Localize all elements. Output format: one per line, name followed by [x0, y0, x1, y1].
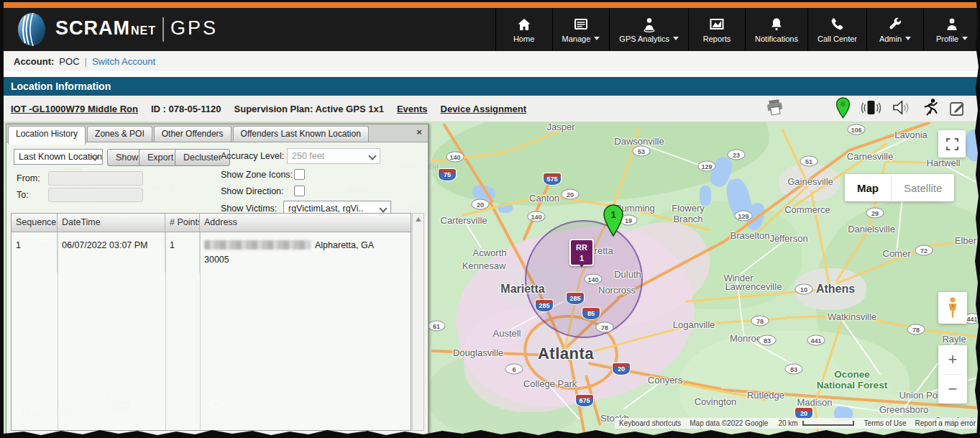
table-row[interactable]: 1 06/07/2022 03:07 PM 1 Alpharetta, GA 3…	[12, 232, 411, 273]
audio-toggle[interactable]	[892, 99, 911, 119]
logo-scram-text: SCRAM	[55, 17, 130, 40]
offender-name-link[interactable]: IOT -GL1000W79 Middle Ron	[11, 104, 138, 114]
from-date-input[interactable]	[48, 171, 143, 186]
to-date-input[interactable]	[48, 188, 143, 202]
col-address[interactable]: Address	[200, 214, 411, 232]
panel-controls: Last Known Location Show Export Decluste…	[6, 143, 428, 214]
nav-home[interactable]: Home	[495, 8, 552, 51]
address-city: Alpharetta, GA	[315, 240, 374, 250]
location-filter-select[interactable]: Last Known Location	[14, 149, 103, 165]
col-points[interactable]: # Points	[165, 214, 200, 232]
location-filter-value: Last Known Location	[19, 152, 102, 162]
show-direction-checkbox[interactable]	[294, 186, 305, 196]
app-window: SCRAMNET GPS Home Manage GPS Analytics R…	[0, 0, 980, 438]
nav-admin[interactable]: Admin	[866, 8, 923, 51]
home-icon	[516, 17, 532, 32]
col-sequence[interactable]: Sequence #	[12, 214, 58, 232]
route-shield: 83	[759, 335, 777, 346]
route-shield: 140	[528, 211, 546, 222]
route-shield: 441	[807, 335, 825, 346]
edit-icon	[949, 99, 967, 117]
chevron-down-icon	[962, 37, 968, 40]
vibrate-toggle[interactable]	[860, 99, 882, 119]
nav-label: Home	[513, 35, 534, 43]
chevron-down-icon	[905, 37, 911, 40]
route-shield: 10	[795, 284, 813, 295]
device-assignment-link[interactable]: Device Assignment	[441, 104, 526, 114]
nav-label: Profile	[936, 35, 958, 43]
route-shield: 675	[576, 395, 593, 406]
nav-notifications[interactable]: Notifications	[745, 8, 807, 51]
offender-info-bar: IOT -GL1000W79 Middle Ron ID : 078-05-11…	[4, 96, 980, 122]
nav-profile[interactable]: Profile	[923, 8, 980, 51]
route-shield: 575	[544, 173, 561, 185]
report-map-error-link[interactable]: Report a map error	[915, 419, 976, 427]
keyboard-shortcuts-link[interactable]: Keyboard shortcuts	[615, 418, 685, 429]
route-shield: 20	[562, 189, 580, 200]
account-separator: |	[85, 56, 87, 67]
show-zone-icons-checkbox[interactable]	[294, 169, 305, 180]
zone-marker[interactable]: RR 1	[569, 239, 594, 266]
col-datetime[interactable]: DateTime	[58, 214, 165, 232]
logo-gps-text: GPS	[170, 17, 218, 40]
accuracy-level-select[interactable]: 250 feet	[287, 148, 380, 164]
scroll-up-button[interactable]	[413, 214, 423, 225]
show-direction-label: Show Direction:	[221, 186, 284, 196]
events-link[interactable]: Events	[397, 104, 428, 114]
nav-call-center[interactable]: Call Center	[807, 8, 866, 51]
panel-close-button[interactable]: ×	[413, 127, 425, 138]
route-shield: 140	[585, 274, 603, 285]
tab-other-offenders[interactable]: Other Offenders	[154, 126, 232, 142]
map-pin-icon	[835, 97, 851, 119]
offender-location-marker[interactable]: 1	[603, 204, 624, 237]
account-value: POC	[59, 56, 79, 67]
nav-label: Manage	[562, 35, 591, 43]
nav-label: Admin	[879, 35, 902, 43]
nav-label: Reports	[703, 35, 731, 43]
zone-marker-number: 1	[571, 253, 592, 264]
nav-reports[interactable]: Reports	[688, 8, 745, 51]
location-pin-toggle[interactable]	[835, 97, 851, 121]
route-shield: 78	[596, 322, 614, 333]
zone-marker-label: RR	[571, 242, 592, 253]
map-type-map-button[interactable]: Map	[845, 174, 891, 201]
supervision-plan: Supervision Plan: Active GPS 1x1	[234, 104, 384, 114]
nav-manage[interactable]: Manage	[552, 8, 610, 51]
location-history-panel: Location History Zones & POI Other Offen…	[6, 124, 429, 436]
print-button[interactable]	[764, 98, 786, 119]
scram-globe-icon	[15, 12, 48, 47]
route-shield: 129	[698, 161, 716, 172]
tab-offenders-last-known[interactable]: Offenders Last Known Location	[233, 126, 369, 142]
zoom-out-button[interactable]: −	[938, 375, 967, 403]
table-header-row: Sequence # DateTime # Points Address	[12, 214, 411, 232]
map-type-satellite-button[interactable]: Satellite	[891, 174, 954, 201]
speaker-icon	[892, 99, 911, 117]
fullscreen-button[interactable]	[938, 130, 966, 158]
accuracy-level-value: 250 feet	[292, 151, 324, 161]
map-container[interactable]: JasperDawsonvilleGainesvilleLavoniaCarne…	[4, 122, 980, 438]
switch-account-link[interactable]: Switch Account	[92, 56, 155, 67]
map-road	[692, 317, 787, 326]
chevron-down-icon	[673, 37, 679, 40]
zoom-control: + −	[938, 345, 967, 403]
terms-of-use-link[interactable]: Terms of Use	[864, 419, 907, 427]
tab-location-history[interactable]: Location History	[8, 126, 86, 145]
street-view-pegman[interactable]	[938, 292, 967, 324]
zoom-in-button[interactable]: +	[938, 345, 967, 374]
from-label: From:	[17, 173, 40, 183]
edit-button[interactable]	[949, 99, 967, 119]
to-label: To:	[17, 190, 29, 200]
gps-analytics-icon	[641, 17, 657, 32]
admin-icon	[887, 17, 903, 32]
route-shield: 129	[735, 211, 753, 222]
nav-gps-analytics[interactable]: GPS Analytics	[609, 8, 688, 51]
show-zone-icons-label: Show Zone Icons:	[221, 170, 293, 180]
printer-icon	[764, 98, 785, 117]
activity-toggle[interactable]	[920, 98, 940, 121]
scramnet-logo: SCRAMNET GPS	[4, 8, 218, 51]
tab-zones-poi[interactable]: Zones & POI	[87, 126, 152, 142]
logo-divider	[162, 17, 164, 42]
route-shield: 20	[613, 363, 630, 375]
map-water	[700, 186, 711, 206]
table-scrollbar[interactable]	[412, 213, 424, 431]
